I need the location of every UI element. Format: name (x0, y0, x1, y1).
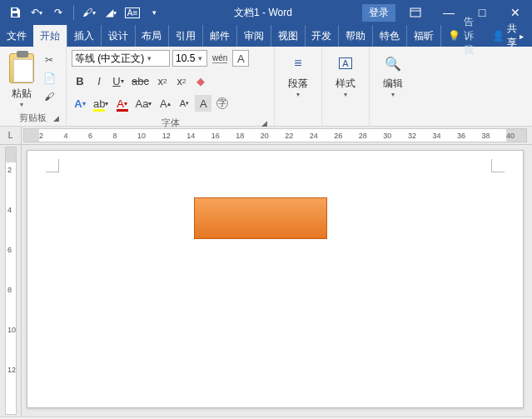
vertical-ruler[interactable]: 24681012 (0, 145, 22, 417)
ruler-tick: 14 (186, 132, 195, 140)
tab-references[interactable]: 引用 (169, 25, 202, 47)
ruler-tick: 18 (236, 132, 244, 140)
tab-review[interactable]: 审阅 (237, 25, 271, 47)
tell-me-search[interactable]: 💡告诉我 (441, 15, 487, 57)
ruler-tick: 10 (137, 132, 146, 140)
orange-rectangle-shape[interactable] (194, 197, 327, 239)
tab-help[interactable]: 帮助 (339, 25, 372, 47)
paragraph-button[interactable]: ≡段落▾ (280, 50, 316, 98)
shrink-font-button[interactable]: A▾ (176, 95, 192, 112)
svg-rect-0 (410, 8, 420, 17)
ruler-tick: 40 (506, 132, 515, 140)
tab-foxit[interactable]: 福昕 (407, 25, 440, 47)
cut-button[interactable]: ✂ (42, 53, 57, 67)
box-icon[interactable]: A≡ (122, 2, 142, 22)
tab-selector[interactable]: L (0, 127, 22, 144)
ruler-tick: 38 (481, 132, 490, 140)
tab-view[interactable]: 视图 (271, 25, 305, 47)
change-case-button[interactable]: Aa▾ (132, 95, 154, 112)
ribbon-display-button[interactable] (399, 0, 432, 25)
ruler-tick: 8 (113, 132, 117, 140)
tab-insert[interactable]: 插入 (67, 25, 101, 47)
font-group: 等线 (中文正文)▾ 10.5▾ wén A B I U▾ abc x2 x2 … (67, 47, 275, 126)
redo-button[interactable]: ↷ (48, 2, 68, 22)
font-color-button[interactable]: A▾ (113, 95, 130, 112)
clipboard-group: 粘贴 ▾ ✂ 📄 🖌 剪贴板◢ (0, 47, 67, 126)
font-name-combo[interactable]: 等线 (中文正文)▾ (72, 50, 170, 67)
strikethrough-button[interactable]: abc (129, 72, 152, 89)
tab-home[interactable]: 开始 (33, 25, 67, 47)
ribbon: 粘贴 ▾ ✂ 📄 🖌 剪贴板◢ 等线 (中文正文)▾ 10.5▾ wén A B… (0, 47, 532, 127)
character-border-button[interactable]: A (232, 50, 249, 67)
brush-icon[interactable]: 🖌▾ (79, 2, 99, 22)
superscript-button[interactable]: x2 (173, 72, 190, 89)
vruler-tick: 4 (7, 206, 12, 214)
styles-icon: A (337, 55, 354, 72)
horizontal-ruler-area: L 246810121416182022242628303234363840 (0, 127, 532, 145)
clipboard-launcher[interactable]: ◢ (51, 113, 61, 123)
ruler-tick: 6 (88, 132, 92, 140)
ruler-tick: 16 (211, 132, 220, 140)
font-size-combo[interactable]: 10.5▾ (172, 50, 207, 67)
ruler-tick: 36 (457, 132, 465, 140)
tab-design[interactable]: 设计 (102, 25, 135, 47)
vruler-tick: 10 (7, 326, 16, 334)
subscript-button[interactable]: x2 (154, 72, 171, 89)
ruler-tick: 26 (334, 132, 342, 140)
bold-button[interactable]: B (72, 72, 88, 89)
window-title: 文档1 - Word (164, 6, 362, 20)
underline-button[interactable]: U▾ (110, 72, 127, 89)
text-effects-button[interactable]: A▾ (72, 95, 88, 112)
vruler-tick: 8 (7, 286, 12, 294)
tool-icon[interactable]: ◢▾ (101, 2, 121, 22)
quick-access-toolbar: ↶▾ ↷ 🖌▾ ◢▾ A≡ ▾ (0, 2, 164, 22)
font-launcher[interactable]: ◢ (259, 118, 269, 128)
margin-mark (491, 159, 505, 172)
character-shading-button[interactable]: A (195, 95, 211, 112)
vruler-tick: 2 (7, 166, 12, 174)
ruler-tick: 28 (359, 132, 367, 140)
horizontal-ruler[interactable]: 246810121416182022242628303234363840 (23, 128, 527, 142)
vruler-tick: 6 (7, 246, 12, 254)
ruler-tick: 24 (310, 132, 318, 140)
person-icon: 👤 (492, 30, 505, 42)
vruler-tick: 12 (7, 366, 16, 374)
paste-button[interactable]: 粘贴 ▾ (5, 50, 38, 108)
font-label: 字体 (162, 117, 180, 127)
qat-customize[interactable]: ▾ (144, 2, 164, 22)
ruler-tick: 4 (64, 132, 68, 140)
tab-file[interactable]: 文件 (0, 25, 33, 47)
phonetic-guide-button[interactable]: wén (210, 50, 230, 67)
share-button[interactable]: 👤共享▸ (487, 22, 529, 50)
styles-button[interactable]: A样式▾ (327, 50, 364, 98)
format-painter-button[interactable]: 🖌 (42, 90, 57, 103)
enclose-characters-button[interactable]: 字 (214, 95, 231, 112)
tab-layout[interactable]: 布局 (135, 25, 168, 47)
paragraph-group: ≡段落▾ (275, 47, 322, 126)
tab-developer[interactable]: 开发 (305, 25, 338, 47)
lightbulb-icon: 💡 (448, 30, 460, 42)
ruler-tick: 22 (285, 132, 293, 140)
document-page[interactable] (27, 150, 524, 408)
clear-formatting-button[interactable]: ◆ (192, 72, 209, 89)
grow-font-button[interactable]: A▴ (157, 95, 173, 112)
tab-special[interactable]: 特色 (373, 25, 406, 47)
ruler-tick: 2 (39, 132, 43, 140)
margin-mark (46, 159, 59, 172)
tab-mailings[interactable]: 邮件 (203, 25, 236, 47)
editing-group: 🔍编辑▾ (370, 47, 416, 126)
ruler-tick: 32 (408, 132, 416, 140)
ruler-tick: 12 (162, 132, 171, 140)
italic-button[interactable]: I (91, 72, 107, 89)
undo-button[interactable]: ↶▾ (27, 2, 47, 22)
editing-button[interactable]: 🔍编辑▾ (375, 50, 411, 98)
login-button[interactable]: 登录 (362, 4, 395, 22)
save-button[interactable] (5, 2, 25, 22)
copy-button[interactable]: 📄 (42, 72, 57, 85)
ruler-tick: 30 (383, 132, 391, 140)
paste-icon (9, 53, 34, 83)
styles-group: A样式▾ (322, 47, 370, 126)
highlight-button[interactable]: ab▾ (91, 95, 111, 112)
clipboard-label: 剪贴板 (19, 112, 47, 122)
paragraph-icon: ≡ (290, 55, 306, 72)
